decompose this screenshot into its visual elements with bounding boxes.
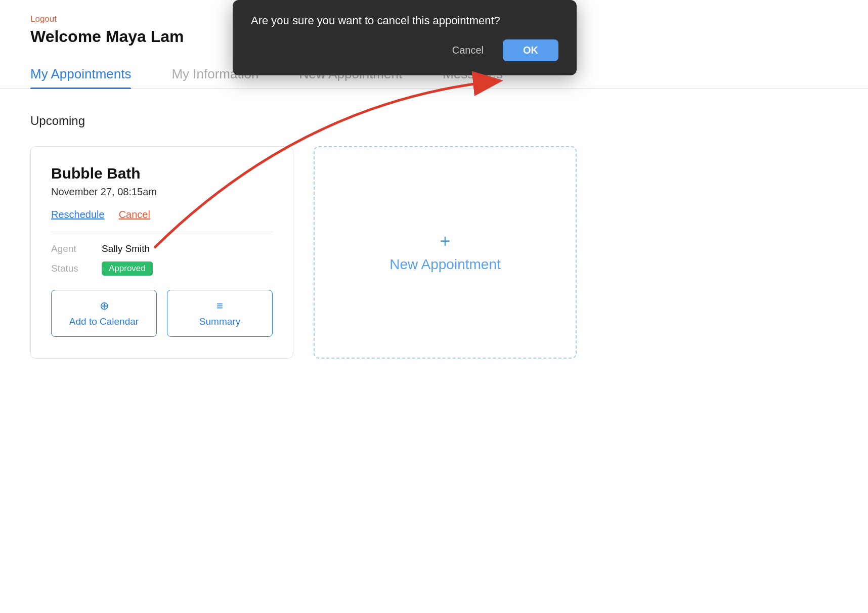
- dialog-ok-button[interactable]: OK: [503, 39, 558, 61]
- dialog-cancel-button[interactable]: Cancel: [441, 39, 495, 61]
- dialog-overlay: Are you sure you want to cancel this app…: [0, 0, 868, 613]
- cancel-confirmation-dialog: Are you sure you want to cancel this app…: [233, 0, 577, 75]
- dialog-buttons: Cancel OK: [251, 39, 558, 61]
- dialog-message: Are you sure you want to cancel this app…: [251, 14, 558, 27]
